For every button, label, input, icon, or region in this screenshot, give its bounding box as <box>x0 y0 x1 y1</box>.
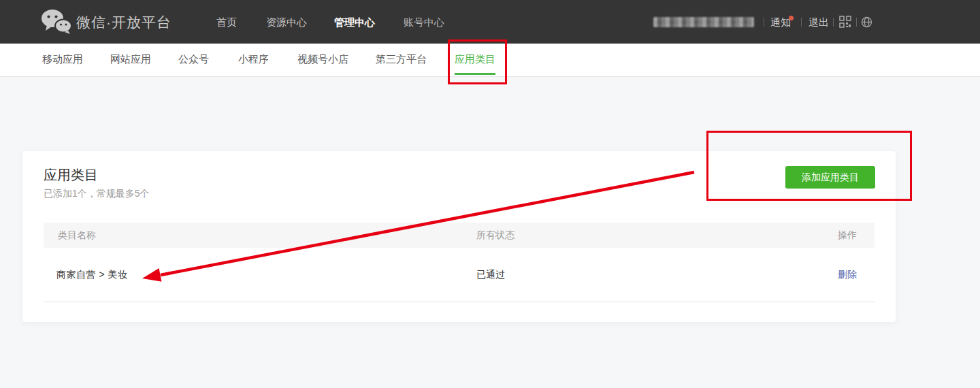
nav-item-resource-center[interactable]: 资源中心 <box>266 16 307 29</box>
notifications-link[interactable]: 通知 <box>770 16 791 29</box>
column-category-name: 类目名称 <box>58 229 96 242</box>
account-name-blurred <box>653 17 754 27</box>
category-table-row: 商家自营 > 美妆 已通过 删除 <box>44 248 875 302</box>
tab-app-category[interactable]: 应用类目 <box>455 44 495 74</box>
tab-website-app[interactable]: 网站应用 <box>110 44 151 74</box>
tab-official-account[interactable]: 公众号 <box>178 44 209 74</box>
panel-title: 应用类目 <box>44 166 98 184</box>
header-divider <box>764 18 764 27</box>
wechat-open-platform-page: 微信·开放平台 首页 资源中心 管理中心 账号中心 通知 退出 <box>0 0 980 388</box>
category-path: 商家自营 > 美妆 <box>56 269 127 281</box>
app-type-tabbar: 移动应用 网站应用 公众号 小程序 视频号小店 第三方平台 应用类目 <box>0 44 980 77</box>
tab-mobile-app[interactable]: 移动应用 <box>42 44 83 74</box>
delete-link[interactable]: 删除 <box>838 269 857 281</box>
category-status: 已通过 <box>476 269 505 281</box>
category-table-header: 类目名称 所有状态 操作 <box>44 223 875 248</box>
tab-third-party-platform[interactable]: 第三方平台 <box>376 44 427 74</box>
header-divider <box>801 18 802 27</box>
nav-item-home[interactable]: 首页 <box>216 16 237 29</box>
column-status: 所有状态 <box>476 229 514 242</box>
column-action: 操作 <box>838 229 857 242</box>
tab-mini-program[interactable]: 小程序 <box>238 44 269 74</box>
qr-code-icon[interactable] <box>839 16 851 28</box>
add-app-category-button[interactable]: 添加应用类目 <box>785 166 875 189</box>
logout-link[interactable]: 退出 <box>808 16 829 29</box>
panel-subtitle: 已添加1个，常规最多5个 <box>44 188 150 200</box>
header-divider <box>856 18 857 27</box>
tab-channels-shop[interactable]: 视频号小店 <box>297 44 348 74</box>
top-header: 微信·开放平台 首页 资源中心 管理中心 账号中心 通知 退出 <box>0 0 980 44</box>
globe-icon[interactable] <box>861 16 872 28</box>
nav-item-management-center[interactable]: 管理中心 <box>334 16 375 29</box>
app-category-panel: 应用类目 已添加1个，常规最多5个 添加应用类目 类目名称 所有状态 操作 商家… <box>22 151 896 322</box>
notification-dot <box>789 16 794 20</box>
brand-title: 微信·开放平台 <box>76 13 172 32</box>
wechat-logo-icon <box>41 9 72 35</box>
nav-item-account-center[interactable]: 账号中心 <box>404 16 444 29</box>
header-divider <box>833 18 834 27</box>
